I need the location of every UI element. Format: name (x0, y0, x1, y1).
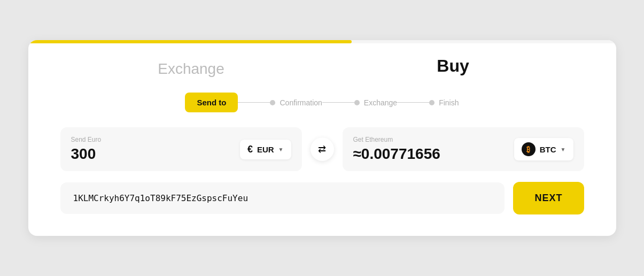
buy-tab-label[interactable]: Buy (322, 56, 584, 76)
step-dot-exchange (354, 100, 360, 105)
eur-currency-selector[interactable]: € EUR ▼ (240, 140, 291, 159)
steps-row: Send to Confirmation Exchange Finish (28, 78, 616, 127)
step-exchange: Exchange (354, 98, 397, 107)
exchange-tab-label[interactable]: Exchange (60, 56, 322, 78)
send-field-box: Send Euro 300 € EUR ▼ (60, 127, 302, 171)
get-field-value: ≈0.00771656 (353, 145, 440, 163)
progress-bar-fill (28, 40, 352, 43)
eur-icon: € (247, 144, 253, 155)
swap-button[interactable]: ⇄ (311, 137, 334, 161)
step-connector-3 (397, 102, 429, 103)
btc-chevron-icon: ▼ (561, 147, 566, 152)
step-connector-1 (238, 102, 270, 103)
step-dot-finish (429, 100, 434, 105)
card-header: Exchange Buy (28, 43, 616, 78)
eur-chevron-icon: ▼ (278, 147, 284, 152)
next-button[interactable]: NEXT (513, 182, 584, 214)
step-connector-2 (322, 102, 354, 103)
step-finish-label: Finish (439, 98, 459, 107)
get-field-content: Get Ethereum ≈0.00771656 (353, 136, 440, 163)
send-field-label: Send Euro (71, 136, 102, 143)
get-field-label: Get Ethereum (353, 136, 440, 143)
btc-icon: ₿ (522, 142, 536, 156)
send-field-content: Send Euro 300 (71, 136, 102, 163)
btc-label: BTC (540, 145, 556, 154)
step-confirmation: Confirmation (270, 98, 322, 107)
fields-row: Send Euro 300 € EUR ▼ ⇄ Get Ethereum ≈0.… (28, 127, 616, 171)
swap-icon: ⇄ (318, 143, 326, 155)
step-finish: Finish (429, 98, 459, 107)
step-send-to[interactable]: Send to (185, 93, 238, 112)
send-field-value: 300 (71, 145, 102, 163)
step-dot-confirmation (270, 100, 275, 105)
get-field-box: Get Ethereum ≈0.00771656 ₿ BTC ▼ (343, 127, 584, 171)
bottom-row: 1KLMCrkyh6Y7q1oT89kF75EzGspscFuYeu NEXT (28, 182, 616, 214)
address-field[interactable]: 1KLMCrkyh6Y7q1oT89kF75EzGspscFuYeu (60, 182, 505, 214)
step-exchange-label: Exchange (364, 98, 397, 107)
main-card: Exchange Buy Send to Confirmation Exchan… (28, 40, 616, 236)
progress-bar (28, 40, 616, 43)
step-confirmation-label: Confirmation (280, 98, 322, 107)
btc-currency-selector[interactable]: ₿ BTC ▼ (514, 138, 573, 160)
eur-label: EUR (257, 145, 274, 154)
